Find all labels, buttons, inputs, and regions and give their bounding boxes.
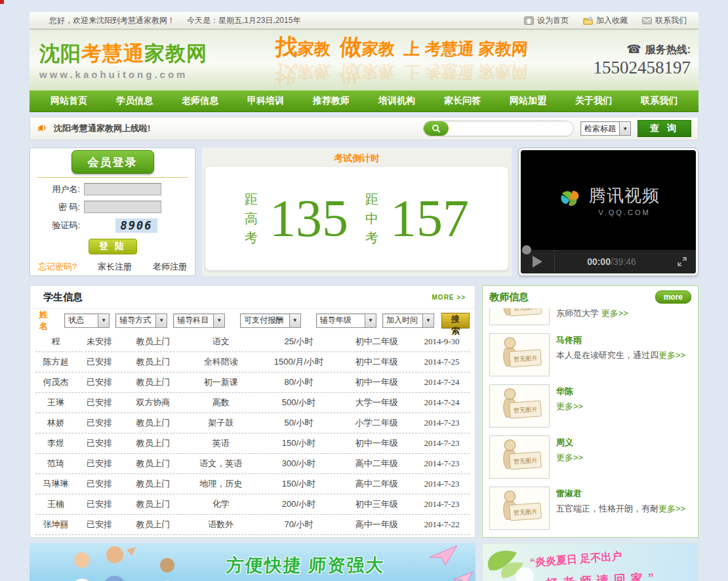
megaphone-icon [37,123,49,134]
filter-pay-select[interactable]: 可支付报酬▼ [240,313,300,328]
teacher-more-link[interactable]: 更多>> [556,401,583,411]
nav-item-institutions[interactable]: 培训机构 [374,95,419,107]
captcha-row: 验证码: 8906 [37,218,188,233]
list-item[interactable]: 暂无图片 华陈 更多>> [489,380,691,431]
nav-item-join[interactable]: 网站加盟 [506,95,550,107]
gaokao-label: 距高考 [245,190,260,247]
list-item[interactable]: 暂无图片 马佟雨 本人是在读研究生，通过四更多>> [489,329,691,380]
captcha-image[interactable]: 8906 [115,218,157,233]
promo-banner-left[interactable]: 方便快捷 师资强大 [30,543,475,581]
no-photo-placeholder: 暂无图片 [489,308,550,325]
teacher-more-link[interactable]: 更多>> [658,350,685,360]
no-photo-placeholder: 暂无图片 [489,333,550,376]
site-logo[interactable]: 沈阳考慧通家教网 www.kaohuitong.com [30,40,246,80]
search-category-select[interactable]: 检索标题 ▼ [580,121,631,136]
nav-item-recommend[interactable]: 推荐教师 [309,95,354,107]
student-more-link[interactable]: MORE >> [432,294,466,301]
filter-subject-select[interactable]: 辅导科目▼ [173,313,225,328]
list-item[interactable]: 暂无图片 东师范大学 更多>> [489,308,691,329]
hotline-label: 服务热线: [645,44,691,55]
table-row[interactable]: 王琳已安排双方协商高数500/小时大学一年级2014-7-24 [35,393,470,413]
banner-left-text: 方便快捷 师资强大 [226,553,386,577]
teacher-register-link[interactable]: 老师注册 [153,261,187,273]
search-icon-cap[interactable] [424,121,449,136]
nav-item-teachers[interactable]: 老师信息 [178,95,222,107]
filter-date-select[interactable]: 加入时间▼ [382,313,434,328]
fullscreen-button[interactable] [668,256,696,267]
countdown-title: 考试倒计时 [202,148,512,165]
parent-register-link[interactable]: 家长注册 [98,261,132,273]
announcement-bar: 沈阳考慧通家教网上线啦! 检索标题 ▼ 查 询 [30,117,698,140]
teacher-more-link[interactable]: 更多>> [556,452,583,462]
add-favorite-link[interactable]: 加入收藏 [583,15,628,26]
service-hotline: ☎服务热线: 15502458197 [557,42,698,78]
chevron-down-icon[interactable]: ▼ [155,314,167,327]
time-current: 00:00 [587,256,611,267]
teacher-text: 华陈 更多>> [556,384,583,428]
nav-item-training[interactable]: 甲科培训 [243,95,288,107]
teacher-name[interactable]: 雷淑君 [556,487,685,500]
banner-people-illustration [43,546,239,581]
search-input[interactable] [449,121,573,136]
table-row[interactable]: 陈方超已安排教员上门全科陪读1500/月/小时初中二年级2014-7-25 [35,352,470,372]
contact-us-link[interactable]: 联系我们 [642,15,687,26]
password-field[interactable] [84,201,161,213]
logo-title: 沈阳考慧通家教网 [39,40,246,68]
search-zone: 检索标题 ▼ 查 询 [423,120,691,137]
table-row[interactable]: 程未安排教员上门语文25/小时初中二年级2014-9-30 [35,332,470,352]
no-photo-placeholder: 暂无图片 [489,435,550,479]
teacher-name[interactable]: 周义 [556,435,583,449]
chevron-down-icon[interactable]: ▼ [289,314,300,327]
table-row[interactable]: 马琳琳已安排教员上门地理，历史150/小时高中二年级2014-7-23 [35,474,470,494]
slogan-text: 找家教做家教上 考慧通 家教网 [245,32,558,62]
table-row[interactable]: 王楠已安排教员上门化学200/小时初中三年级2014-7-23 [35,494,470,515]
teacher-desc: 本人是在读研究生，通过四 [556,350,658,360]
nav-item-about[interactable]: 关于我们 [571,95,616,107]
play-icon [533,256,542,268]
list-item[interactable]: 暂无图片 雷淑君 五官端正，性格开朗，有耐更多>> [489,483,691,534]
set-homepage-link[interactable]: 设为首页 [524,15,569,26]
member-login-button[interactable]: 会员登录 [71,150,154,174]
teacher-desc: 东师范大学 [556,308,601,318]
promo-banner-right[interactable]: “炎炎夏日 足不出户 好老师请回家” [482,543,698,581]
list-item[interactable]: 暂无图片 周义 更多>> [489,431,691,483]
table-row[interactable]: 张坤丽已安排教员上门语数外70/小时高中一年级2014-7-22 [35,515,470,535]
teacher-list: 暂无图片 东师范大学 更多>> 暂无图片 马佟雨 [483,308,698,537]
chevron-down-icon[interactable]: ▼ [98,314,109,327]
chevron-down-icon[interactable]: ▼ [619,122,630,135]
teacher-more-link[interactable]: 更多>> [658,504,685,513]
chevron-down-icon[interactable]: ▼ [422,314,434,327]
filter-search-button[interactable]: 搜索 [441,313,470,329]
logo-part-brand: 考慧通 [81,42,144,65]
filter-grade-select[interactable]: 辅导年级▼ [316,313,376,328]
table-row[interactable]: 林娇已安排教员上门架子鼓50/小时小学二年级2014-7-23 [35,413,470,433]
time-total: /39:46 [611,256,636,267]
username-field[interactable] [84,183,161,195]
teacher-more-button[interactable]: more [655,290,691,304]
chevron-down-icon[interactable]: ▼ [365,314,376,327]
video-player[interactable]: 腾讯视频 V.QQ.COM 00:00/39:46 [521,150,696,273]
logo-part-city: 沈阳 [39,42,81,65]
welcome-text: 您好，欢迎来沈阳到考慧通家教网！ [49,15,175,26]
zhongkao-days: 157 [390,192,469,245]
table-row[interactable]: 何茂杰已安排教员上门初一新课80/小时初中一年级2014-7-24 [35,372,470,393]
query-button[interactable]: 查 询 [637,120,691,137]
progress-knob[interactable] [522,245,531,254]
nav-item-home[interactable]: 网站首页 [47,95,91,107]
teacher-name[interactable]: 华陈 [556,384,583,398]
filter-status-select[interactable]: 状态▼ [64,313,110,328]
teacher-name[interactable]: 马佟雨 [556,333,685,347]
add-favorite-label: 加入收藏 [596,15,628,26]
nav-item-students[interactable]: 学员信息 [112,95,157,107]
gaokao-days: 135 [270,192,348,245]
video-controls: 00:00/39:46 [521,250,696,273]
table-row[interactable]: 范琦已安排教员上门语文，英语300/小时高中二年级2014-7-23 [35,454,470,474]
chevron-down-icon[interactable]: ▼ [213,314,224,327]
nav-item-qa[interactable]: 家长问答 [440,95,485,107]
table-row[interactable]: 李煜已安排教员上门英语150/小时初中一年级2014-7-23 [35,433,470,454]
teacher-more-link[interactable]: 更多>> [601,308,628,318]
filter-method-select[interactable]: 辅导方式▼ [115,313,167,328]
nav-item-contact[interactable]: 联系我们 [637,95,681,107]
login-submit-button[interactable]: 登 陆 [89,239,137,254]
forgot-password-link[interactable]: 忘记密码? [38,261,77,273]
